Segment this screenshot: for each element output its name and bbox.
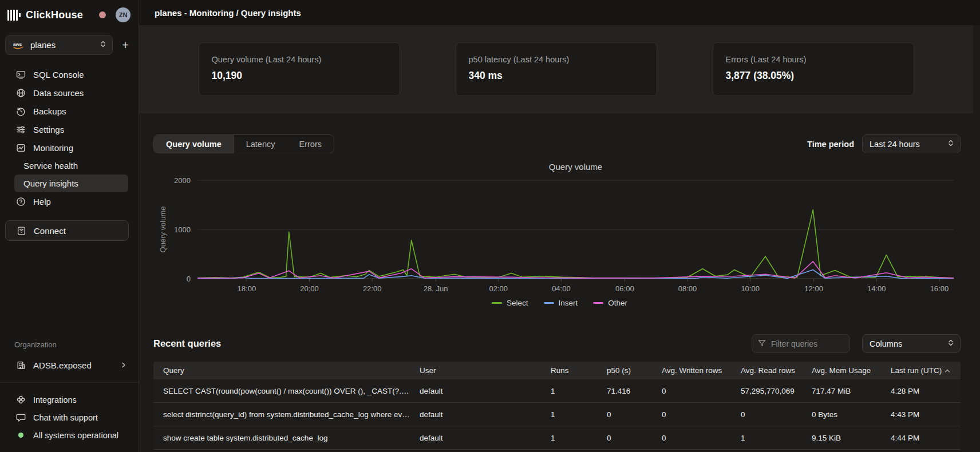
chart-tabs: Query volume Latency Errors	[153, 134, 334, 153]
backups-icon	[16, 106, 26, 116]
legend-label: Other	[608, 299, 627, 307]
x-tick-label: 18:00	[238, 284, 256, 293]
help-icon	[16, 197, 26, 207]
table-row[interactable]: SELECT CAST(round(pow(count() / max(coun…	[153, 379, 961, 403]
cell-p50: 71.416	[597, 387, 652, 395]
x-tick-label: 20:00	[300, 284, 319, 293]
columns-select[interactable]: Columns	[862, 334, 961, 353]
cell-avg-mem: 0 Bytes	[802, 410, 881, 419]
x-tick-label: 14:00	[867, 284, 886, 293]
legend-item-other[interactable]: Other	[593, 299, 627, 307]
sidebar-item-label: Query insights	[23, 179, 78, 188]
column-header-avg-read[interactable]: Avg. Read rows	[731, 366, 802, 375]
sidebar-item-backups[interactable]: Backups	[0, 102, 139, 120]
table-header-row: Query User Runs p50 (s) Avg. Written row…	[153, 362, 961, 379]
sidebar-item-label: SQL Console	[33, 70, 84, 80]
cell-last-run: 4:43 PM	[881, 410, 961, 419]
sidebar-item-service-health[interactable]: Service health	[14, 157, 128, 175]
sidebar-footer: Integrations Chat with support All syste…	[0, 383, 139, 452]
sidebar-item-query-insights[interactable]: Query insights	[14, 175, 128, 192]
cell-p50: 0	[597, 434, 652, 442]
tab-query-volume[interactable]: Query volume	[154, 135, 234, 153]
monitoring-icon	[16, 143, 26, 153]
chart-controls-row: Query volume Latency Errors Time period …	[139, 134, 980, 153]
stat-card-p50-latency: p50 latency (Last 24 hours) 340 ms	[456, 42, 657, 96]
avatar[interactable]: ZN	[116, 7, 131, 22]
organization-label: Organization	[0, 340, 139, 349]
sidebar-item-data-sources[interactable]: Data sources	[0, 84, 139, 102]
sidebar-item-integrations[interactable]: Integrations	[0, 391, 139, 409]
integrations-icon	[16, 395, 26, 405]
table-row[interactable]: select distrinct(query_id) from system.d…	[153, 403, 961, 426]
tab-latency[interactable]: Latency	[234, 135, 287, 153]
service-selector[interactable]: aws planes	[5, 35, 113, 55]
cell-avg-read: 57,295,770,069	[731, 387, 802, 395]
recent-queries-header: Recent queries Columns	[139, 334, 980, 354]
sidebar: ClickHouse ZN aws planes + SQL Console	[0, 0, 139, 452]
column-header-last-run[interactable]: Last run (UTC)	[881, 366, 961, 375]
chevron-updown-icon	[947, 339, 954, 348]
filter-queries-control	[752, 334, 850, 353]
cell-user: default	[410, 410, 541, 419]
sidebar-item-chat-support[interactable]: Chat with support	[0, 409, 139, 426]
sidebar-spacer	[0, 241, 139, 340]
recent-queries-title: Recent queries	[153, 338, 221, 349]
x-tick-label: 04:00	[552, 284, 571, 293]
status-label: All systems operational	[33, 431, 118, 440]
legend-item-insert[interactable]: Insert	[544, 299, 578, 307]
notification-dot[interactable]	[99, 11, 106, 18]
x-tick-label: 22:00	[363, 284, 382, 293]
x-tick-label: 02:00	[489, 284, 508, 293]
cell-query: select distrinct(query_id) from system.d…	[153, 410, 410, 419]
column-header-p50[interactable]: p50 (s)	[597, 366, 652, 375]
chart-legend: Select Insert Other	[139, 297, 980, 308]
footer-item-label: Integrations	[33, 395, 77, 405]
sidebar-item-sql-console[interactable]: SQL Console	[0, 65, 139, 84]
time-period-control: Time period Last 24 hours	[807, 134, 961, 153]
column-header-runs[interactable]: Runs	[541, 366, 597, 375]
sidebar-item-monitoring[interactable]: Monitoring	[0, 138, 139, 157]
sidebar-item-label: Monitoring	[33, 143, 73, 153]
stat-value: 3,877 (38.05%)	[726, 70, 901, 82]
cell-avg-mem: 717.47 MiB	[802, 387, 881, 395]
add-service-button[interactable]: +	[118, 38, 133, 53]
legend-item-select[interactable]: Select	[492, 299, 528, 307]
cell-last-run: 4:44 PM	[881, 434, 961, 442]
connect-label: Connect	[34, 226, 66, 236]
y-tick-label: 2000	[174, 176, 191, 185]
cell-avg-read: 1	[731, 434, 802, 442]
legend-label: Insert	[559, 299, 578, 307]
stat-value: 340 ms	[469, 70, 644, 82]
system-status-item[interactable]: All systems operational	[0, 426, 139, 444]
column-header-user[interactable]: User	[410, 366, 541, 375]
tab-errors[interactable]: Errors	[287, 135, 334, 153]
connect-icon	[17, 226, 26, 236]
table-row[interactable]: show create table system.distributed_cac…	[153, 426, 961, 450]
filter-queries-input[interactable]	[752, 334, 850, 353]
connect-button[interactable]: Connect	[5, 220, 129, 241]
cell-runs: 1	[541, 434, 597, 442]
organization-item[interactable]: ADSB.exposed	[0, 356, 139, 374]
cell-avg-written: 0	[652, 410, 731, 419]
sidebar-item-help[interactable]: Help	[0, 192, 139, 211]
recent-queries-table: Query User Runs p50 (s) Avg. Written row…	[153, 362, 961, 450]
x-tick-label: 08:00	[678, 284, 697, 293]
sort-ascending-icon	[945, 370, 950, 374]
time-period-label: Time period	[807, 140, 854, 149]
cell-query: SELECT CAST(round(pow(count() / max(coun…	[153, 387, 410, 395]
y-tick-label: 1000	[174, 225, 191, 234]
chat-icon	[16, 413, 26, 422]
column-header-avg-mem[interactable]: Avg. Mem Usage	[802, 366, 881, 375]
app-window: ClickHouse ZN aws planes + SQL Console	[0, 0, 980, 452]
sidebar-item-settings[interactable]: Settings	[0, 120, 139, 138]
column-header-query[interactable]: Query	[153, 366, 410, 375]
chart-title: Query volume	[197, 162, 954, 175]
cell-avg-written: 0	[652, 434, 731, 442]
series-other-line	[197, 261, 954, 278]
cell-avg-mem: 9.15 KiB	[802, 434, 881, 442]
stat-label: Query volume (Last 24 hours)	[212, 55, 387, 64]
column-header-avg-written[interactable]: Avg. Written rows	[652, 366, 731, 375]
time-period-select[interactable]: Last 24 hours	[862, 134, 961, 153]
page-title: planes - Monitoring / Query insights	[155, 8, 301, 18]
organization-icon	[16, 360, 26, 370]
